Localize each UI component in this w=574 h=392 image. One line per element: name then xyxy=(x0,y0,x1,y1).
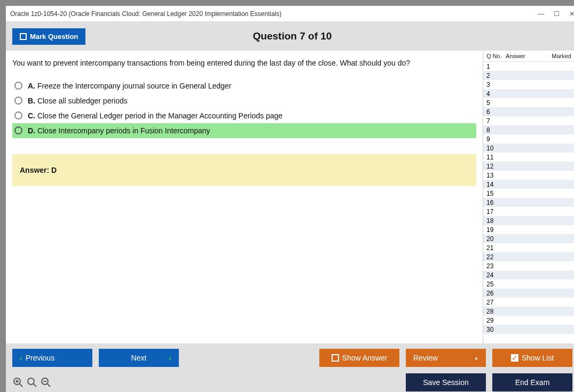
next-button[interactable]: Next › xyxy=(99,349,179,367)
minimize-icon[interactable]: — xyxy=(538,10,544,18)
col-header-marked: Marked xyxy=(542,53,574,59)
row-number: 17 xyxy=(486,208,506,215)
answer-option[interactable]: A. Freeze the Intercompany journal sourc… xyxy=(12,78,476,93)
radio-icon xyxy=(14,97,22,105)
end-exam-label: End Exam xyxy=(515,378,550,387)
radio-icon xyxy=(14,126,22,134)
option-label: A. Freeze the Intercompany journal sourc… xyxy=(28,82,231,90)
zoom-out-icon[interactable] xyxy=(40,377,52,388)
question-list-row[interactable]: 30 xyxy=(483,325,574,334)
col-header-qno: Q No. xyxy=(486,53,506,59)
svg-line-1 xyxy=(20,384,22,387)
next-label: Next xyxy=(131,354,147,362)
answer-option[interactable]: B. Close all subledger periods xyxy=(12,93,476,108)
question-list-row[interactable]: 22 xyxy=(483,252,574,261)
show-list-button[interactable]: ✓ Show List xyxy=(492,349,572,367)
row-number: 16 xyxy=(486,199,506,206)
question-list-row[interactable]: 10 xyxy=(483,143,574,153)
window-controls: — ☐ ✕ xyxy=(538,10,574,18)
question-list-row[interactable]: 7 xyxy=(483,116,574,125)
row-number: 13 xyxy=(486,172,506,179)
row-number: 24 xyxy=(486,271,506,279)
question-list-row[interactable]: 11 xyxy=(483,153,574,162)
row-number: 26 xyxy=(486,290,506,297)
question-list-row[interactable]: 5 xyxy=(483,98,574,107)
question-list-row[interactable]: 19 xyxy=(483,225,574,234)
question-list-row[interactable]: 3 xyxy=(483,80,574,89)
row-number: 15 xyxy=(486,190,506,197)
answer-panel: Answer: D xyxy=(12,154,476,186)
option-text: Freeze the Intercompany journal source i… xyxy=(37,82,231,90)
option-letter: C. xyxy=(28,111,37,120)
question-list-row[interactable]: 8 xyxy=(483,125,574,134)
question-list-row[interactable]: 20 xyxy=(483,234,574,243)
previous-label: Previous xyxy=(26,354,54,362)
question-list-row[interactable]: 21 xyxy=(483,243,574,252)
row-number: 25 xyxy=(486,281,506,288)
row-number: 30 xyxy=(486,326,506,333)
question-list-rows[interactable]: 1234567891011121314151617181920212223242… xyxy=(483,62,574,343)
row-number: 9 xyxy=(486,135,506,143)
answer-label: Answer: D xyxy=(20,166,57,174)
row-number: 20 xyxy=(486,235,506,243)
row-number: 7 xyxy=(486,117,506,125)
row-number: 12 xyxy=(486,163,506,170)
row-number: 11 xyxy=(486,154,506,161)
answer-option[interactable]: C. Close the General Ledger period in th… xyxy=(12,108,476,123)
row-number: 5 xyxy=(486,99,506,107)
checkbox-icon xyxy=(20,33,27,40)
question-list-row[interactable]: 27 xyxy=(483,298,574,307)
row-number: 21 xyxy=(486,244,506,252)
answer-option[interactable]: D. Close Intercompany periods in Fusion … xyxy=(12,123,476,138)
review-label: Review xyxy=(413,354,438,362)
radio-icon xyxy=(14,82,22,90)
maximize-icon[interactable]: ☐ xyxy=(554,10,560,18)
app-window: Oracle 1z0-1054-20 (Oracle Financials Cl… xyxy=(5,5,574,392)
question-list-row[interactable]: 29 xyxy=(483,316,574,325)
close-icon[interactable]: ✕ xyxy=(569,10,574,18)
zoom-reset-icon[interactable] xyxy=(26,377,38,388)
save-session-label: Save Session xyxy=(423,378,469,387)
chevron-right-icon: › xyxy=(169,354,171,362)
mark-question-button[interactable]: Mark Question xyxy=(12,28,85,45)
end-exam-button[interactable]: End Exam xyxy=(492,373,572,391)
zoom-in-icon[interactable] xyxy=(12,377,24,388)
question-list-row[interactable]: 28 xyxy=(483,307,574,316)
row-number: 6 xyxy=(486,108,506,116)
show-answer-button[interactable]: Show Answer xyxy=(319,349,399,367)
titlebar: Oracle 1z0-1054-20 (Oracle Financials Cl… xyxy=(6,6,574,22)
question-list-row[interactable]: 17 xyxy=(483,207,574,216)
question-list-row[interactable]: 1 xyxy=(483,62,574,71)
triangle-up-icon: ▲ xyxy=(474,356,478,361)
review-button[interactable]: Review ▲ xyxy=(406,349,486,367)
question-list-row[interactable]: 14 xyxy=(483,180,574,189)
svg-line-7 xyxy=(48,384,50,387)
question-list-row[interactable]: 4 xyxy=(483,89,574,98)
row-number: 28 xyxy=(486,308,506,315)
question-list-row[interactable]: 25 xyxy=(483,279,574,289)
svg-line-5 xyxy=(34,384,36,387)
question-list-row[interactable]: 16 xyxy=(483,198,574,207)
save-session-button[interactable]: Save Session xyxy=(406,373,486,391)
row-number: 10 xyxy=(486,145,506,152)
col-header-answer: Answer xyxy=(506,53,542,59)
question-list-row[interactable]: 24 xyxy=(483,270,574,279)
row-number: 8 xyxy=(486,126,506,134)
question-list-row[interactable]: 15 xyxy=(483,189,574,198)
question-list-row[interactable]: 2 xyxy=(483,71,574,80)
option-text: Close all subledger periods xyxy=(37,97,128,105)
question-list-row[interactable]: 12 xyxy=(483,162,574,171)
question-list-row[interactable]: 6 xyxy=(483,107,574,116)
window-title: Oracle 1z0-1054-20 (Oracle Financials Cl… xyxy=(10,10,281,18)
row-number: 3 xyxy=(486,81,506,89)
row-number: 23 xyxy=(486,262,506,270)
question-list-row[interactable]: 18 xyxy=(483,216,574,225)
previous-button[interactable]: ‹ Previous xyxy=(12,349,92,367)
chevron-left-icon: ‹ xyxy=(20,354,22,362)
question-list-panel: Q No. Answer Marked 12345678910111213141… xyxy=(483,51,574,343)
question-list-row[interactable]: 13 xyxy=(483,171,574,180)
question-list-row[interactable]: 26 xyxy=(483,289,574,298)
question-list-row[interactable]: 9 xyxy=(483,134,574,143)
question-list-row[interactable]: 23 xyxy=(483,261,574,270)
checkbox-icon xyxy=(332,354,339,362)
